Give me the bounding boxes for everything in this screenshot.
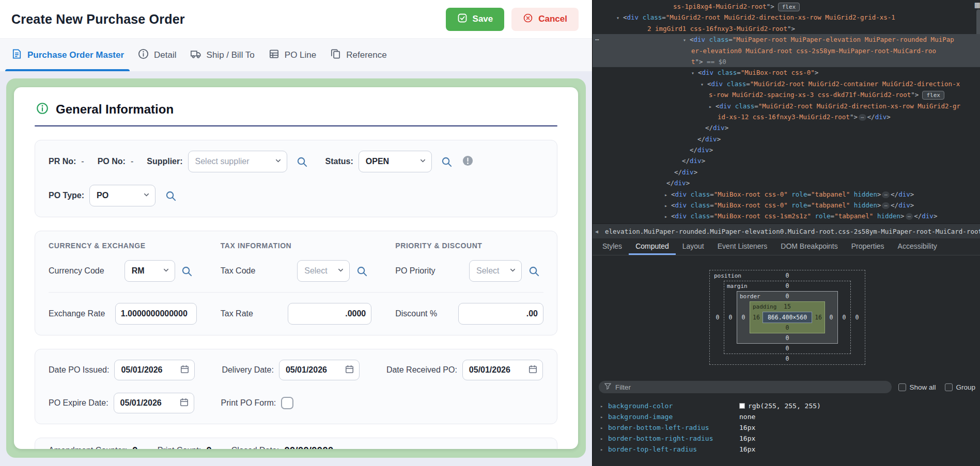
code-token: = — [746, 80, 750, 88]
status-select[interactable]: OPEN — [359, 151, 432, 172]
border-left-value: 0 — [737, 301, 750, 333]
date-po-issued-field: Date PO Issued: 05/01/2026 — [49, 360, 195, 380]
property-value-text: none — [739, 413, 755, 421]
dom-tree-line[interactable]: </div> — [593, 155, 980, 166]
dom-tree-line[interactable]: ⋯▾<div class="MuiPaper-root MuiPaper-ele… — [593, 34, 980, 45]
dom-tree-line[interactable]: ▸<div class="MuiGrid2-root MuiGrid2-dire… — [593, 101, 980, 111]
code-token: "> — [767, 3, 774, 10]
save-button[interactable]: Save — [446, 8, 505, 31]
breadcrumb-text[interactable]: elevation.MuiPaper-rounded.MuiPaper-elev… — [605, 228, 980, 235]
dom-tree-line[interactable]: </div> — [593, 178, 980, 188]
date-po-issued-input[interactable]: 05/01/2026 — [114, 360, 195, 380]
devtools-tab-event-listeners[interactable]: Event Listeners — [711, 238, 774, 255]
expand-arrow-icon[interactable]: ▸ — [600, 404, 608, 409]
alert-icon — [462, 155, 474, 169]
tax-code-select[interactable]: Select — [297, 260, 350, 282]
print-count-value: 0 — [206, 445, 212, 449]
cancel-button[interactable]: Cancel — [511, 8, 579, 31]
dom-tree-line[interactable]: </div> — [593, 167, 980, 178]
po-type-search-button[interactable] — [161, 186, 180, 205]
computed-property-row[interactable]: ▸background-imagenone — [593, 411, 980, 422]
color-swatch[interactable] — [739, 403, 745, 409]
flex-badge[interactable]: flex — [778, 3, 800, 11]
dom-tree-line[interactable]: ▸<div class="MuiBox-root css-0" role="ta… — [593, 200, 980, 211]
section-divider — [35, 125, 557, 126]
show-all-checkbox[interactable] — [898, 383, 906, 391]
dom-tree-line[interactable]: ss-1pi8xg4-MuiGrid2-root">flex — [593, 1, 980, 12]
supplier-search-button[interactable] — [292, 152, 312, 171]
expand-arrow-icon[interactable]: ▸ — [600, 414, 608, 420]
dom-tree-line[interactable]: </div> — [593, 122, 980, 133]
chevron-down-icon — [143, 191, 150, 201]
devtools-tab-layout[interactable]: Layout — [676, 238, 711, 255]
exchange-rate-input[interactable]: 1.0000000000000 — [115, 303, 197, 325]
currency-search-button[interactable] — [177, 261, 197, 281]
dom-tree-line[interactable]: er-elevation0 MuiCard-root css-2s58ym-Mu… — [593, 45, 980, 56]
border-label: border — [740, 292, 760, 301]
expand-arrow-icon[interactable]: ▸ — [600, 447, 608, 452]
computed-property-row[interactable]: ▸border-top-left-radius16px — [593, 444, 980, 455]
delivery-date-input[interactable]: 05/01/2026 — [279, 360, 360, 380]
date-received-po-input[interactable]: 05/01/2026 — [462, 360, 543, 380]
po-type-select[interactable]: PO — [89, 185, 155, 206]
box-model-content[interactable]: 866.400×560 — [763, 312, 812, 323]
devtools-tab-properties[interactable]: Properties — [845, 238, 891, 255]
calendar-icon[interactable] — [528, 364, 538, 376]
search-icon — [181, 265, 193, 277]
devtools-tab-dom-breakpoints[interactable]: DOM Breakpoints — [774, 238, 844, 255]
computed-property-row[interactable]: ▸border-bottom-right-radius16px — [593, 433, 980, 444]
breadcrumb-scroll-left-icon[interactable]: ◀ — [595, 229, 598, 234]
devtools-panel: ▦ ss-1pi8xg4-MuiGrid2-root">flex▾<div cl… — [592, 0, 980, 466]
dom-tree-line[interactable]: ▾<div class="MuiGrid2-root MuiGrid2-cont… — [593, 78, 980, 89]
tab-reference[interactable]: Reference — [323, 39, 393, 71]
discount-input[interactable]: .00 — [458, 303, 543, 325]
currency-code-select[interactable]: RM — [125, 260, 175, 282]
computed-properties-list: ▸background-colorrgb(255, 255, 255)▸back… — [593, 400, 980, 455]
tax-rate-input[interactable]: .0000 — [288, 303, 371, 325]
box-model-margin[interactable]: margin0 0 border0 0 padding15 — [724, 281, 851, 354]
status-search-button[interactable] — [437, 152, 457, 171]
dom-tree-line[interactable]: ▸<div class="MuiBox-root css-1sm2s1z" ro… — [593, 211, 980, 221]
line-menu-icon[interactable]: ⋯ — [595, 34, 600, 45]
code-token: > — [910, 201, 914, 209]
calendar-icon[interactable] — [179, 397, 189, 409]
code-token: "MuiGrid2-root MuiGrid2-direction-xs-row… — [758, 102, 960, 110]
dom-tree-line[interactable]: t"> == $0 — [593, 56, 980, 67]
calendar-icon[interactable] — [345, 364, 354, 376]
calendar-icon[interactable] — [180, 364, 190, 376]
print-po-form-checkbox[interactable] — [281, 397, 293, 409]
devtools-tab-styles[interactable]: Styles — [596, 238, 629, 255]
box-model-border[interactable]: border0 0 padding15 16 866.400×560 16 — [737, 291, 838, 344]
tab-ship-bill-to[interactable]: Ship / Bill To — [183, 39, 261, 71]
computed-property-row[interactable]: ▸background-colorrgb(255, 255, 255) — [593, 400, 980, 411]
expand-arrow-icon[interactable]: ▸ — [600, 436, 608, 441]
dom-tree-line[interactable]: ▸<div class="MuiBox-root css-0" role="ta… — [593, 189, 980, 200]
tab-purchase-order-master[interactable]: Purchase Order Master — [4, 39, 131, 71]
dom-tree-line[interactable]: id-xs-12 css-16fnxy3-MuiGrid2-root">⋯</d… — [593, 111, 980, 122]
info-circle-icon — [36, 102, 49, 117]
dom-tree-line[interactable]: ▾<div class="MuiGrid2-root MuiGrid2-dire… — [593, 12, 980, 23]
devtools-tab-computed[interactable]: Computed — [629, 238, 676, 255]
dom-tree-line[interactable]: 2 imgGird1 css-16fnxy3-MuiGrid2-root"> — [593, 23, 980, 34]
tab-po-line[interactable]: PO Line — [261, 39, 323, 71]
dom-tree-line[interactable]: ▾<div class="MuiBox-root css-0"> — [593, 67, 980, 78]
supplier-select[interactable]: Select supplier — [188, 151, 287, 172]
po-priority-search-button[interactable] — [524, 261, 543, 281]
expand-arrow-icon[interactable]: ▸ — [600, 425, 608, 430]
dom-tree-line[interactable]: </div> — [593, 144, 980, 155]
filter-input[interactable]: Filter — [599, 381, 892, 393]
flex-badge[interactable]: flex — [922, 91, 944, 100]
devtools-tab-accessibility[interactable]: Accessibility — [891, 238, 944, 255]
dom-tree-line[interactable]: s-row MuiGrid2-spacing-xs-3 css-dkd71f-M… — [593, 89, 980, 100]
box-model-padding[interactable]: padding15 16 866.400×560 16 0 — [750, 301, 825, 333]
computed-property-row[interactable]: ▸border-bottom-left-radius16px — [593, 422, 980, 433]
code-token: "MuiBox-root css-0" — [714, 190, 788, 198]
box-model-position[interactable]: position0 0 margin0 0 border0 0 — [709, 270, 865, 365]
po-priority-select[interactable]: Select — [469, 260, 522, 282]
tax-code-search-button[interactable] — [352, 261, 371, 281]
group-checkbox[interactable] — [945, 383, 953, 391]
dom-tree-line[interactable]: </div> — [593, 134, 980, 144]
truck-icon — [190, 48, 202, 62]
tab-detail[interactable]: Detail — [131, 39, 183, 71]
po-expire-date-input[interactable]: 05/01/2026 — [114, 393, 194, 413]
